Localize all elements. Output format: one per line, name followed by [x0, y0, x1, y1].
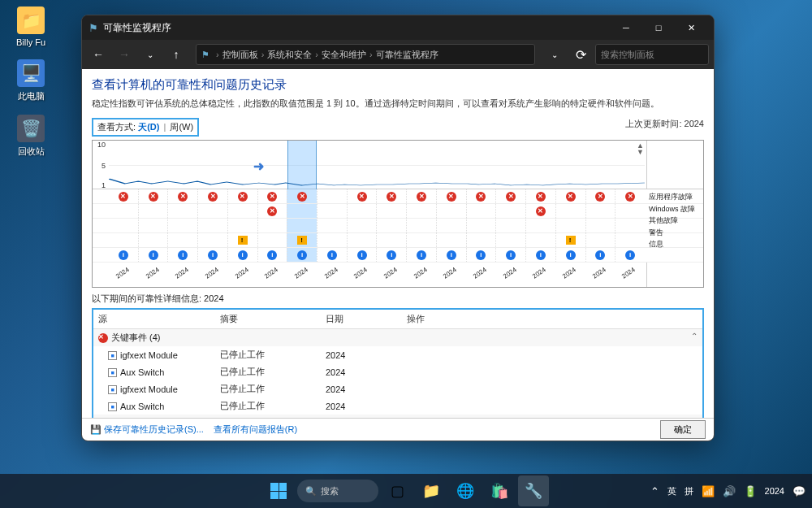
app-icon[interactable]: 🔧: [518, 475, 549, 506]
desktop-icons: 📁 Billy Fu 🖥️ 此电脑 🗑️ 回收站: [6, 7, 55, 158]
breadcrumb-item[interactable]: 系统和安全: [267, 49, 312, 61]
chart-event-row: [93, 233, 703, 248]
clock[interactable]: 2024: [765, 486, 784, 496]
err-icon: ✕: [387, 192, 396, 202]
collapse-icon[interactable]: ⌃: [691, 332, 698, 341]
summary-text: 已停止工作: [215, 363, 321, 380]
refresh-button[interactable]: ⟳: [569, 43, 592, 66]
breadcrumb-sep: ›: [315, 50, 318, 59]
taskbar-search[interactable]: 🔍 搜索: [297, 480, 378, 502]
window-title: 可靠性监视程序: [103, 21, 610, 35]
recent-button[interactable]: ⌄: [139, 43, 162, 66]
summary-text: 已停止工作: [215, 397, 321, 415]
ime-indicator[interactable]: 英: [667, 485, 676, 497]
event-rows: ✕✕✕✕✕✕✕✕✕✕✕✕✕✕✕✕✕✕✕iiiiiiiiiiiiiiiiii: [93, 189, 703, 263]
date-text: 2024: [321, 397, 402, 415]
folder-icon: 📁: [17, 7, 45, 34]
source-text: Aux Switch: [120, 402, 164, 411]
date-text: 2024: [321, 346, 402, 363]
desktop-icon-bin[interactable]: 🗑️ 回收站: [6, 115, 55, 158]
ok-button[interactable]: 确定: [660, 420, 706, 439]
task-view-button[interactable]: ▢: [382, 475, 412, 506]
chart-scroll[interactable]: ▲▼: [637, 142, 644, 155]
desktop-icon-pc[interactable]: 🖥️ 此电脑: [6, 59, 55, 102]
table-group-row[interactable]: ✕关键事件 (4)⌃: [93, 329, 702, 347]
breadcrumb-item[interactable]: 安全和维护: [322, 49, 366, 61]
ime-indicator[interactable]: 拼: [685, 485, 693, 497]
tray-expand-icon[interactable]: ⌃: [650, 485, 659, 497]
save-history-link[interactable]: 保存可靠性历史记录(S)...: [104, 423, 204, 436]
page-title: 查看计算机的可靠性和问题历史记录: [92, 77, 704, 93]
err-icon: ✕: [625, 192, 635, 202]
col-date[interactable]: 日期: [321, 310, 402, 329]
date-text: 2024: [321, 363, 402, 380]
taskbar[interactable]: 🔍 搜索 ▢ 📁 🌐 🛍️ 🔧 ⌃ 英 拼 📶 🔊 🔋 2024 💬: [0, 474, 812, 508]
source-text: Aux Switch: [120, 367, 164, 377]
desktop-icon-folder[interactable]: 📁 Billy Fu: [6, 7, 55, 47]
item-icon: ■: [108, 385, 117, 394]
detail-header: 以下期间的可靠性详细信息: 2024: [92, 293, 704, 305]
table-row[interactable]: ■Aux Switch已停止工作2024: [93, 363, 702, 380]
notifications-icon[interactable]: 💬: [793, 485, 806, 497]
item-icon: ■: [108, 402, 117, 411]
explorer-icon[interactable]: 📁: [416, 475, 447, 506]
err-icon: ✕: [566, 192, 576, 202]
last-update-value: 2024: [685, 119, 704, 128]
err-icon: ✕: [447, 192, 456, 202]
view-reports-link[interactable]: 查看所有问题报告(R): [214, 423, 297, 436]
err-icon: ✕: [267, 206, 277, 216]
breadcrumb-dropdown[interactable]: ⌄: [543, 43, 566, 66]
err-icon: ✕: [536, 192, 546, 202]
err-icon: ✕: [149, 192, 158, 202]
err-icon: ✕: [417, 192, 426, 202]
titlebar[interactable]: ⚑ 可靠性监视程序 ─ □ ✕: [82, 15, 714, 40]
table-row[interactable]: ■igfxext Module已停止工作2024: [93, 346, 702, 363]
disk-icon: 💾: [90, 424, 102, 435]
wifi-icon[interactable]: 📶: [702, 485, 715, 497]
table-header-row: 源 摘要 日期 操作: [93, 310, 702, 329]
maximize-button[interactable]: □: [642, 15, 675, 40]
col-summary[interactable]: 摘要: [215, 310, 321, 329]
table-row[interactable]: ■Aux Switch已停止工作2024: [93, 397, 702, 415]
reliability-chart[interactable]: 10 5 1 ➜ ✕✕✕✕✕✕✕✕✕✕✕✕✕✕✕✕✕✕✕iiiiii: [92, 140, 704, 288]
forward-button[interactable]: →: [113, 43, 136, 66]
chart-event-row: ✕✕✕✕✕✕✕✕✕✕✕✕✕✕✕✕✕: [93, 189, 703, 204]
window-controls: ─ □ ✕: [610, 15, 707, 40]
search-label: 搜索: [321, 485, 339, 497]
breadcrumb-sep: ›: [369, 50, 373, 59]
desktop-icon-label: Billy Fu: [16, 37, 45, 47]
flag-icon: ⚑: [89, 22, 98, 34]
desktop-icon-label: 此电脑: [18, 90, 45, 102]
err-icon: ✕: [238, 192, 248, 202]
err-icon: ✕: [536, 206, 546, 216]
breadcrumb[interactable]: ⚑ › 控制面板 › 系统和安全 › 安全和维护 › 可靠性监视程序: [196, 44, 535, 65]
store-icon[interactable]: 🛍️: [484, 475, 515, 506]
events-table: 源 摘要 日期 操作 ✕关键事件 (4)⌃■igfxext Module已停止工…: [93, 310, 702, 418]
warn-icon: [566, 236, 576, 245]
last-update-label: 上次更新时间:: [625, 119, 681, 128]
col-source[interactable]: 源: [93, 310, 215, 329]
close-button[interactable]: ✕: [675, 15, 707, 40]
volume-icon[interactable]: 🔊: [723, 485, 736, 497]
col-action[interactable]: 操作: [402, 310, 702, 329]
edge-icon[interactable]: 🌐: [450, 475, 481, 506]
view-toggle: 查看方式: 天(D) | 周(W): [92, 118, 199, 137]
item-icon: ■: [108, 351, 117, 360]
battery-icon[interactable]: 🔋: [744, 485, 757, 497]
view-week-option[interactable]: 周(W): [170, 122, 193, 132]
start-button[interactable]: [263, 475, 294, 506]
breadcrumb-item[interactable]: 可靠性监视程序: [376, 49, 438, 61]
last-update: 上次更新时间: 2024: [625, 118, 704, 130]
windows-logo-icon: [270, 483, 287, 499]
navbar: ← → ⌄ ↑ ⚑ › 控制面板 › 系统和安全 › 安全和维护 › 可靠性监视…: [82, 40, 714, 69]
up-button[interactable]: ↑: [165, 43, 188, 66]
back-button[interactable]: ←: [87, 43, 110, 66]
minimize-button[interactable]: ─: [610, 15, 642, 40]
source-text: igfxext Module: [120, 384, 178, 394]
view-day-option[interactable]: 天(D): [138, 122, 159, 132]
chart-event-row: ✕✕: [93, 204, 703, 219]
pc-icon: 🖥️: [17, 59, 45, 87]
breadcrumb-item[interactable]: 控制面板: [222, 49, 258, 61]
search-input[interactable]: 搜索控制面板: [595, 44, 709, 65]
table-row[interactable]: ■igfxext Module已停止工作2024: [93, 380, 702, 397]
